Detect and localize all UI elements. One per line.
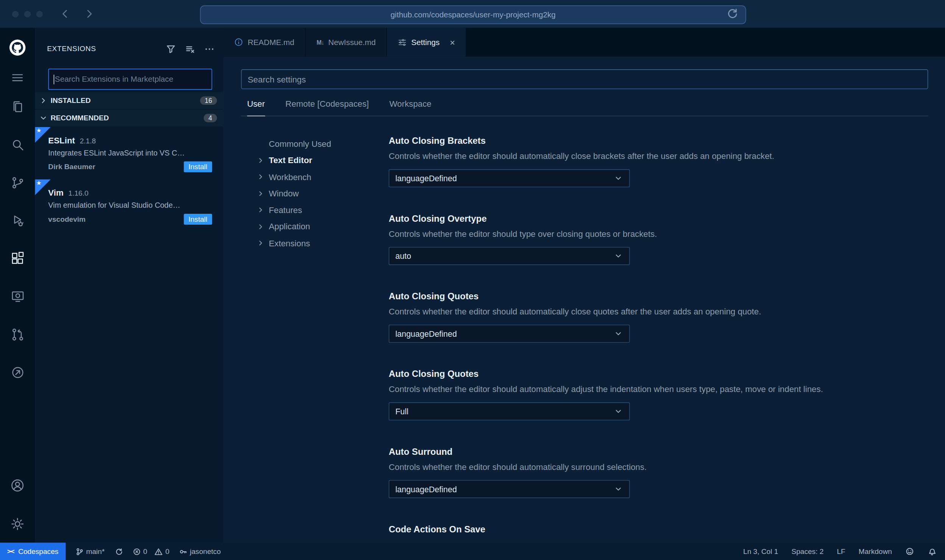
- account-icon[interactable]: [7, 475, 28, 496]
- browser-chrome: github.com/codespaces/user-my-project-mg…: [0, 0, 945, 28]
- sync-button[interactable]: [114, 543, 123, 560]
- section-installed[interactable]: INSTALLED 16: [35, 92, 223, 110]
- back-button[interactable]: [58, 7, 72, 20]
- extension-author: vscodevim: [48, 215, 184, 223]
- window-close-button[interactable]: [12, 11, 19, 17]
- chevron-down-icon: [613, 329, 623, 338]
- error-count: 0: [143, 547, 147, 555]
- chevron-right-icon: [256, 156, 265, 165]
- settings-gear-icon[interactable]: [7, 514, 28, 534]
- settings-toc: Commonly Used Text Editor Workbench Wind…: [241, 135, 389, 543]
- setting-dropdown[interactable]: Full: [389, 402, 630, 420]
- install-button[interactable]: Install: [184, 214, 212, 225]
- run-debug-icon[interactable]: [7, 210, 28, 231]
- toc-workbench[interactable]: Workbench: [241, 169, 389, 185]
- settings-editor: User Remote [Codespaces] Workspace Commo…: [223, 57, 945, 543]
- status-bar: >< Codespaces main* 0 0 jasonetco Ln: [0, 543, 945, 560]
- scope-tab-remote[interactable]: Remote [Codespaces]: [285, 99, 369, 116]
- toc-text-editor[interactable]: Text Editor: [241, 152, 389, 169]
- setting-description: Controls whether the editor should autom…: [389, 462, 928, 471]
- eol-sequence[interactable]: LF: [837, 547, 845, 555]
- toc-commonly-used[interactable]: Commonly Used: [241, 135, 389, 152]
- extensions-search-input[interactable]: Search Extensions in Marketplace: [48, 68, 212, 90]
- address-bar[interactable]: github.com/codespaces/user-my-project-mg…: [200, 5, 746, 24]
- language-mode[interactable]: Markdown: [859, 547, 892, 555]
- sync-icon: [114, 547, 123, 555]
- setting-dropdown[interactable]: languageDefined: [389, 325, 630, 343]
- search-icon[interactable]: [7, 134, 28, 155]
- settings-search-input[interactable]: [241, 69, 928, 89]
- source-control-icon[interactable]: [7, 172, 28, 193]
- scope-tab-user[interactable]: User: [247, 99, 265, 116]
- tab-label: Settings: [411, 37, 440, 47]
- install-button[interactable]: Install: [184, 162, 212, 173]
- remote-explorer-icon[interactable]: [7, 286, 28, 306]
- extensions-icon[interactable]: [7, 248, 28, 269]
- filter-icon[interactable]: [165, 44, 176, 54]
- dropdown-value: Full: [395, 407, 613, 416]
- tab-newissue[interactable]: M↓ NewIssue.md: [306, 28, 387, 56]
- indentation[interactable]: Spaces: 2: [791, 547, 823, 555]
- settings-sliders-icon: [398, 37, 407, 47]
- close-icon[interactable]: ×: [450, 37, 455, 47]
- refresh-icon[interactable]: [726, 7, 939, 21]
- settings-list: Auto Closing Brackets Controls whether t…: [389, 135, 928, 543]
- feedback-smiley-icon[interactable]: [905, 547, 914, 556]
- window-controls: [12, 11, 43, 17]
- explorer-icon[interactable]: [7, 96, 28, 117]
- section-label: RECOMMENDED: [51, 114, 201, 122]
- warning-count: 0: [165, 547, 170, 555]
- extension-list-item[interactable]: ★ ESLint 2.1.8 Integrates ESLint JavaScr…: [35, 127, 223, 179]
- setting-item: Code Actions On Save: [389, 524, 928, 534]
- toc-application[interactable]: Application: [241, 218, 389, 235]
- window-maximize-button[interactable]: [36, 11, 43, 17]
- branch-name: main*: [86, 547, 105, 555]
- codespaces-remote-button[interactable]: >< Codespaces: [0, 543, 65, 560]
- search-placeholder: Search Extensions in Marketplace: [55, 75, 173, 84]
- cursor-position[interactable]: Ln 3, Col 1: [743, 547, 778, 555]
- toc-features[interactable]: Features: [241, 202, 389, 218]
- extension-version: 2.1.8: [80, 137, 96, 145]
- branch-icon: [75, 547, 84, 555]
- toc-extensions[interactable]: Extensions: [241, 235, 389, 252]
- username: jasonetco: [190, 547, 221, 555]
- chevron-down-icon: [613, 173, 623, 183]
- clear-search-results-icon[interactable]: [184, 44, 195, 54]
- github-logo[interactable]: [7, 37, 28, 58]
- setting-dropdown[interactable]: languageDefined: [389, 480, 630, 498]
- more-actions-icon[interactable]: [204, 44, 215, 54]
- setting-description: Controls whether the editor should autom…: [389, 151, 928, 161]
- remote-indicator-icon: ><: [7, 548, 14, 555]
- notifications-bell-icon[interactable]: [928, 547, 937, 556]
- remote-tunnel-icon[interactable]: [7, 362, 28, 383]
- account-status-button[interactable]: jasonetco: [179, 543, 221, 560]
- tab-bar: README.md M↓ NewIssue.md Settings ×: [223, 28, 945, 56]
- activity-bar: [0, 28, 35, 543]
- setting-description: Controls whether the editor should type …: [389, 229, 928, 238]
- tab-readme[interactable]: README.md: [223, 28, 306, 56]
- window-minimize-button[interactable]: [24, 11, 31, 17]
- scope-tab-workspace[interactable]: Workspace: [389, 99, 431, 116]
- dropdown-value: languageDefined: [395, 485, 613, 494]
- extensions-sidebar: EXTENSIONS Search Extensions in Marketpl…: [35, 28, 223, 543]
- toc-window[interactable]: Window: [241, 185, 389, 202]
- branch-button[interactable]: main*: [75, 543, 105, 560]
- setting-dropdown[interactable]: languageDefined: [389, 169, 630, 187]
- setting-description: Controls whether the editor should autom…: [389, 384, 928, 394]
- workbench: EXTENSIONS Search Extensions in Marketpl…: [0, 28, 945, 543]
- chevron-down-icon: [39, 113, 48, 123]
- codespaces-label: Codespaces: [18, 547, 58, 555]
- section-recommended[interactable]: RECOMMENDED 4: [35, 110, 223, 127]
- tab-settings[interactable]: Settings ×: [387, 28, 467, 56]
- sidebar-title: EXTENSIONS: [47, 45, 165, 53]
- tab-label: NewIssue.md: [328, 37, 376, 47]
- forward-button[interactable]: [83, 7, 96, 20]
- pull-request-icon[interactable]: [7, 324, 28, 344]
- error-icon: [133, 547, 141, 555]
- star-icon: ★: [36, 128, 42, 134]
- setting-title: Auto Closing Overtype: [389, 213, 928, 223]
- menu-icon[interactable]: [7, 67, 28, 88]
- extension-list-item[interactable]: ★ Vim 1.16.0 Vim emulation for Visual St…: [35, 179, 223, 232]
- setting-dropdown[interactable]: auto: [389, 247, 630, 265]
- problems-button[interactable]: 0 0: [133, 543, 170, 560]
